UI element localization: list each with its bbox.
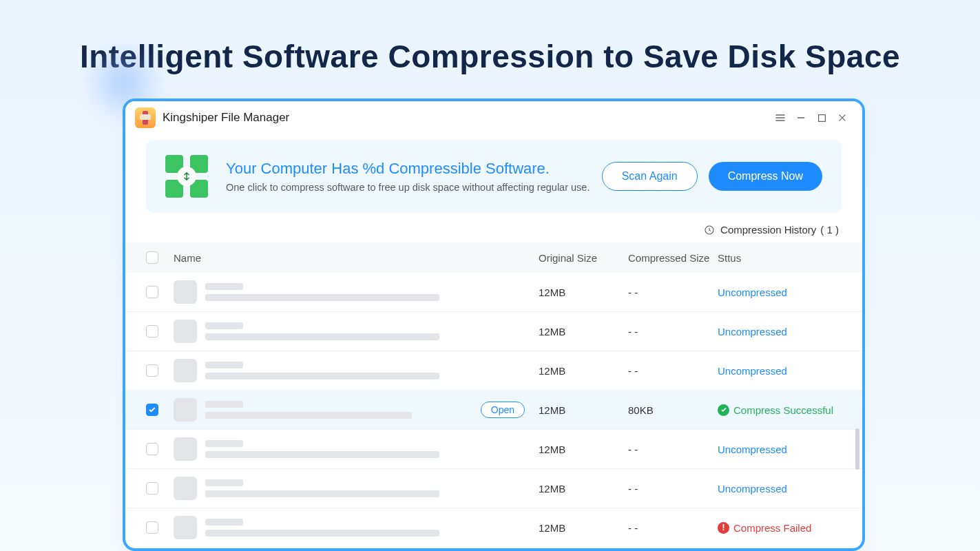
status-text: Uncompressed	[718, 365, 787, 377]
table-row: 12MB- -Uncompressed	[125, 469, 862, 508]
app-logo-icon	[135, 107, 156, 128]
status-cell: Uncompressed	[718, 326, 842, 337]
status-text: Compress Failed	[733, 522, 811, 534]
table-row: 12MB- -Uncompressed	[125, 351, 862, 391]
table-header: Name Original Size Compressed Size Sttus	[125, 242, 862, 273]
col-name: Name	[174, 252, 539, 264]
software-thumbnail-icon	[174, 477, 197, 500]
original-size-cell: 12MB	[539, 522, 628, 534]
compressed-size-cell: - -	[628, 287, 718, 298]
row-name-cell	[174, 437, 539, 461]
software-table: Name Original Size Compressed Size Sttus…	[125, 242, 862, 548]
row-name-cell	[174, 477, 539, 500]
status-cell: Compress Successful	[718, 404, 842, 416]
status-cell: Uncompressed	[718, 365, 842, 377]
close-icon[interactable]	[832, 107, 853, 128]
col-status: Sttus	[718, 252, 842, 264]
row-checkbox[interactable]	[146, 286, 158, 298]
col-original-size: Original Size	[539, 252, 628, 264]
minimize-icon[interactable]	[791, 107, 811, 128]
banner-title: Your Computer Has %d Compressible Softwa…	[226, 160, 591, 178]
status-cell: Uncompressed	[718, 483, 842, 495]
hamburger-menu-icon[interactable]	[770, 107, 791, 128]
original-size-cell: 12MB	[539, 287, 628, 298]
row-checkbox[interactable]	[146, 325, 158, 337]
row-checkbox[interactable]	[146, 364, 158, 377]
row-checkbox[interactable]	[146, 521, 158, 534]
compressed-size-cell: - -	[628, 522, 718, 534]
scan-again-button[interactable]: Scan Again	[602, 162, 698, 191]
col-compressed-size: Compressed Size	[628, 252, 718, 264]
select-all-checkbox[interactable]	[146, 251, 158, 264]
page-headline: Intelligent Software Compression to Save…	[0, 0, 980, 75]
original-size-cell: 12MB	[539, 365, 628, 377]
success-check-icon	[718, 404, 729, 416]
maximize-icon[interactable]	[811, 107, 832, 128]
compressed-size-cell: 80KB	[628, 404, 718, 416]
software-thumbnail-icon	[174, 320, 197, 343]
table-row: 12MB- -!Compress Failed	[125, 508, 862, 548]
row-name-cell	[174, 320, 539, 343]
error-exclaim-icon: !	[718, 522, 729, 534]
banner-subtitle: One click to compress software to free u…	[226, 182, 591, 193]
software-thumbnail-icon	[174, 280, 197, 304]
table-row: 12MB- -Uncompressed	[125, 312, 862, 351]
software-thumbnail-icon	[174, 516, 197, 539]
compress-now-button[interactable]: Compress Now	[709, 162, 822, 191]
status-text: Uncompressed	[718, 483, 787, 495]
original-size-cell: 12MB	[539, 404, 628, 416]
row-name-cell	[174, 359, 539, 382]
row-name-cell: Open	[174, 398, 539, 422]
scrollbar-thumb[interactable]	[855, 428, 859, 470]
original-size-cell: 12MB	[539, 483, 628, 495]
status-cell: Uncompressed	[718, 287, 842, 298]
software-thumbnail-icon	[174, 398, 197, 422]
status-text: Compress Successful	[733, 404, 833, 416]
compression-history-link[interactable]: Compression History ( 1 )	[146, 213, 842, 242]
table-row: 12MB- -Uncompressed	[125, 430, 862, 469]
status-cell: Uncompressed	[718, 444, 842, 455]
compressed-size-cell: - -	[628, 365, 718, 377]
row-checkbox[interactable]	[146, 404, 158, 416]
software-thumbnail-icon	[174, 359, 197, 382]
row-checkbox[interactable]	[146, 482, 158, 495]
compressed-size-cell: - -	[628, 483, 718, 495]
history-count: ( 1 )	[820, 224, 839, 236]
status-text: Uncompressed	[718, 444, 787, 455]
titlebar: Kingshiper File Manager	[125, 101, 862, 134]
compressed-size-cell: - -	[628, 444, 718, 455]
row-name-cell	[174, 280, 539, 304]
compressed-size-cell: - -	[628, 326, 718, 337]
original-size-cell: 12MB	[539, 444, 628, 455]
status-text: Uncompressed	[718, 326, 787, 337]
svg-rect-0	[818, 114, 825, 121]
table-row: Open12MB80KBCompress Successful	[125, 391, 862, 430]
status-cell: !Compress Failed	[718, 522, 842, 534]
app-window: Kingshiper File Manager Your Computer Ha…	[123, 98, 865, 551]
original-size-cell: 12MB	[539, 326, 628, 337]
software-thumbnail-icon	[174, 437, 197, 461]
scan-result-banner: Your Computer Has %d Compressible Softwa…	[146, 140, 842, 213]
row-checkbox[interactable]	[146, 443, 158, 455]
row-name-cell	[174, 516, 539, 539]
history-label: Compression History	[720, 224, 816, 236]
table-row: 12MB- -Uncompressed	[125, 273, 862, 312]
open-button[interactable]: Open	[481, 402, 525, 418]
app-title: Kingshiper File Manager	[163, 111, 289, 125]
compress-icon	[165, 155, 208, 198]
history-clock-icon	[704, 225, 715, 236]
status-text: Uncompressed	[718, 287, 787, 298]
